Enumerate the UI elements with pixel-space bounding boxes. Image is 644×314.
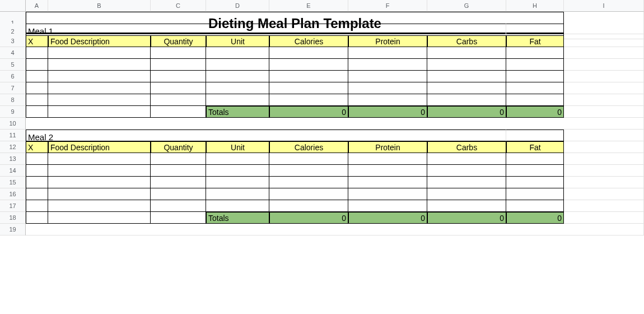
cell-G6[interactable]	[427, 71, 506, 82]
meal2-totals-carb[interactable]: 0	[427, 212, 506, 224]
cell-I5[interactable]	[564, 59, 644, 71]
cell-G14[interactable]	[427, 165, 506, 177]
cell-C14[interactable]	[151, 165, 206, 177]
cell-I9[interactable]	[564, 106, 644, 118]
cell-E17[interactable]	[269, 200, 348, 212]
meal1-hdr-unit[interactable]: Unit	[206, 35, 269, 47]
cell-D6[interactable]	[206, 71, 269, 82]
meal2-totals-label[interactable]: Totals	[206, 212, 269, 224]
cell-G4[interactable]	[427, 47, 506, 59]
cell-H8[interactable]	[506, 94, 564, 106]
cell-F14[interactable]	[348, 165, 427, 177]
cell-C18[interactable]	[151, 212, 206, 224]
cell-G15[interactable]	[427, 177, 506, 188]
cell-G17[interactable]	[427, 200, 506, 212]
meal1-hdr-fat[interactable]: Fat	[506, 35, 564, 47]
meal2-hdr-unit[interactable]: Unit	[206, 141, 269, 153]
cell-C16[interactable]	[151, 188, 206, 200]
cell-E6[interactable]	[269, 71, 348, 82]
cell-I14[interactable]	[564, 165, 644, 177]
cell-C17[interactable]	[151, 200, 206, 212]
cell-A8[interactable]	[26, 94, 48, 106]
row-header-16[interactable]: 16	[0, 188, 26, 200]
meal1-totals-prot[interactable]: 0	[348, 106, 427, 118]
cell-I4[interactable]	[564, 47, 644, 59]
row-header-8[interactable]: 8	[0, 94, 26, 106]
cell-A14[interactable]	[26, 165, 48, 177]
cell-B15[interactable]	[48, 177, 151, 188]
col-header-B[interactable]: B	[48, 0, 151, 12]
row-header-12[interactable]: 12	[0, 141, 26, 153]
cell-F17[interactable]	[348, 200, 427, 212]
cell-A15[interactable]	[26, 177, 48, 188]
cell-D15[interactable]	[206, 177, 269, 188]
cell-C9[interactable]	[151, 106, 206, 118]
cell-E15[interactable]	[269, 177, 348, 188]
meal1-totals-fat[interactable]: 0	[506, 106, 564, 118]
meal1-hdr-x[interactable]: X	[26, 35, 48, 47]
meal2-hdr-qty[interactable]: Quantity	[151, 141, 206, 153]
cell-C5[interactable]	[151, 59, 206, 71]
cell-I3[interactable]	[564, 35, 644, 47]
cell-I6[interactable]	[564, 71, 644, 82]
col-header-H[interactable]: H	[506, 0, 564, 12]
cell-B14[interactable]	[48, 165, 151, 177]
cell-D14[interactable]	[206, 165, 269, 177]
cell-B18[interactable]	[48, 212, 151, 224]
cell-B8[interactable]	[48, 94, 151, 106]
cell-E5[interactable]	[269, 59, 348, 71]
col-header-D[interactable]: D	[206, 0, 269, 12]
row-header-7[interactable]: 7	[0, 82, 26, 94]
cell-D16[interactable]	[206, 188, 269, 200]
cell-H6[interactable]	[506, 71, 564, 82]
meal2-hdr-carb[interactable]: Carbs	[427, 141, 506, 153]
meal1-hdr-prot[interactable]: Protein	[348, 35, 427, 47]
cell-I7[interactable]	[564, 82, 644, 94]
cell-G8[interactable]	[427, 94, 506, 106]
meal1-hdr-cal[interactable]: Calories	[269, 35, 348, 47]
cell-C6[interactable]	[151, 71, 206, 82]
row-header-19[interactable]: 19	[0, 224, 26, 236]
cell-A7[interactable]	[26, 82, 48, 94]
cell-F6[interactable]	[348, 71, 427, 82]
cell-B9[interactable]	[48, 106, 151, 118]
meal1-totals-carb[interactable]: 0	[427, 106, 506, 118]
cell-B4[interactable]	[48, 47, 151, 59]
cell-D7[interactable]	[206, 82, 269, 94]
cell-G16[interactable]	[427, 188, 506, 200]
meal2-totals-fat[interactable]: 0	[506, 212, 564, 224]
cell-H7[interactable]	[506, 82, 564, 94]
cell-H5[interactable]	[506, 59, 564, 71]
cell-B13[interactable]	[48, 153, 151, 165]
cell-G13[interactable]	[427, 153, 506, 165]
cell-A5[interactable]	[26, 59, 48, 71]
cell-D8[interactable]	[206, 94, 269, 106]
cell-H11[interactable]	[506, 130, 564, 141]
cell-E16[interactable]	[269, 188, 348, 200]
cell-A18[interactable]	[26, 212, 48, 224]
row-header-10[interactable]: 10	[0, 118, 26, 130]
cell-D13[interactable]	[206, 153, 269, 165]
row-header-13[interactable]: 13	[0, 153, 26, 165]
cell-G7[interactable]	[427, 82, 506, 94]
cell-F7[interactable]	[348, 82, 427, 94]
col-header-E[interactable]: E	[269, 0, 348, 12]
spreadsheet-grid[interactable]: A B C D E F G H I 1 Dieting Meal Plan Te…	[0, 0, 644, 236]
cell-D5[interactable]	[206, 59, 269, 71]
cell-B16[interactable]	[48, 188, 151, 200]
cell-D17[interactable]	[206, 200, 269, 212]
cell-A17[interactable]	[26, 200, 48, 212]
cell-A4[interactable]	[26, 47, 48, 59]
meal2-hdr-prot[interactable]: Protein	[348, 141, 427, 153]
cell-F8[interactable]	[348, 94, 427, 106]
meal1-hdr-carb[interactable]: Carbs	[427, 35, 506, 47]
cell-B5[interactable]	[48, 59, 151, 71]
cell-row10[interactable]	[26, 118, 644, 130]
row-header-14[interactable]: 14	[0, 165, 26, 177]
meal2-totals-prot[interactable]: 0	[348, 212, 427, 224]
cell-C8[interactable]	[151, 94, 206, 106]
cell-E13[interactable]	[269, 153, 348, 165]
cell-H13[interactable]	[506, 153, 564, 165]
row-header-18[interactable]: 18	[0, 212, 26, 224]
cell-I11[interactable]	[564, 130, 644, 141]
